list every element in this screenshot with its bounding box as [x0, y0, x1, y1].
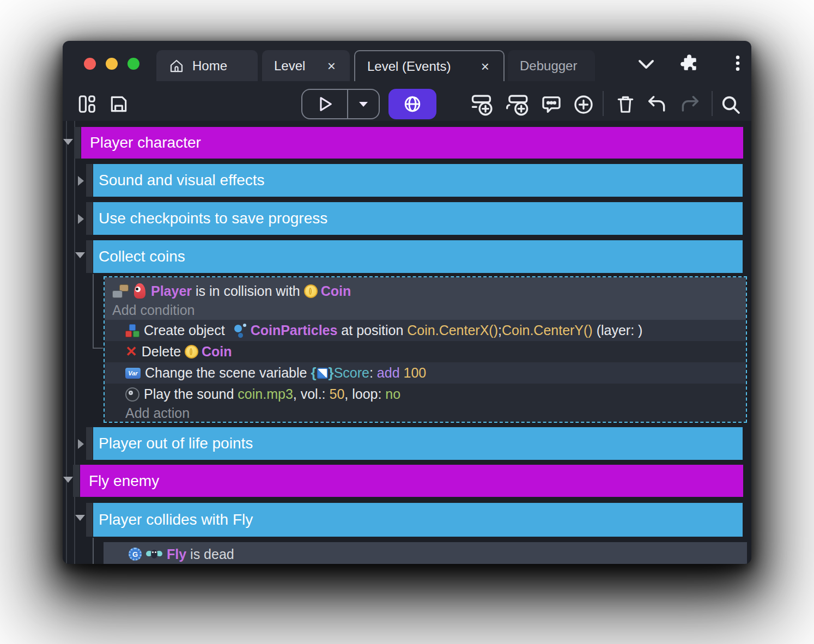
expand-arrow-checkpoints[interactable] — [78, 214, 84, 224]
event-handle — [73, 465, 80, 497]
collapse-arrow-collect-coins[interactable] — [75, 252, 85, 258]
behavior-arrows-icon — [111, 547, 125, 561]
save-icon[interactable] — [108, 94, 129, 114]
puzzle-extensions-icon[interactable] — [679, 53, 700, 74]
fly-sprite-icon — [146, 549, 162, 560]
event-collect-coins-selected[interactable]: Player is in collision with Coin Add con… — [104, 276, 747, 423]
expand-arrow-out-of-life[interactable] — [78, 439, 84, 449]
group-collides-fly[interactable]: Player collides with Fly — [93, 503, 743, 537]
indent-guide — [66, 121, 67, 564]
layout-icon[interactable] — [76, 94, 97, 114]
tab-label: Level (Events) — [367, 59, 451, 74]
publish-globe-icon[interactable] — [388, 89, 436, 119]
add-event-icon[interactable] — [471, 93, 495, 116]
group-header-player-character[interactable]: Player character — [81, 127, 743, 159]
condition-row-fly-dead[interactable]: G Fly is dead — [104, 543, 747, 564]
app-window: Home Level × Level (Events) × Debugger — [63, 41, 751, 564]
events-sheet: Player character Sound and visual effect… — [63, 121, 751, 564]
group-out-of-life[interactable]: Player out of life points — [93, 427, 743, 460]
tab-label: Level — [274, 58, 305, 74]
close-tab-icon[interactable]: × — [479, 59, 491, 74]
play-button[interactable] — [302, 90, 348, 118]
collapse-arrow-player-collides-fly[interactable] — [75, 515, 85, 521]
traffic-lights — [84, 58, 139, 70]
subevent-connector — [93, 274, 103, 349]
event-handle — [86, 503, 93, 537]
zoom-window-button[interactable] — [127, 58, 139, 70]
add-circle-icon[interactable] — [573, 94, 594, 116]
group-header-fly-enemy[interactable]: Fly enemy — [80, 465, 743, 497]
tab-label: Home — [192, 58, 227, 74]
indent-guide — [74, 121, 75, 564]
collapse-arrow-player-character[interactable] — [63, 139, 73, 145]
play-button-group — [301, 89, 380, 119]
action-change-variable[interactable]: Var Change the scene variable { } Score … — [105, 362, 746, 384]
event-handle — [86, 202, 93, 235]
tab-home[interactable]: Home — [156, 50, 258, 81]
toolbar-divider — [712, 91, 713, 116]
event-handle — [74, 127, 81, 159]
minimize-window-button[interactable] — [106, 58, 118, 70]
kebab-menu-icon[interactable] — [728, 54, 747, 72]
subevent-connector — [93, 538, 94, 564]
tab-level[interactable]: Level × — [262, 50, 350, 81]
toolbar-divider — [603, 91, 604, 116]
event-fly-dead[interactable]: G Fly is dead — [104, 542, 747, 564]
chevron-down-icon[interactable] — [636, 57, 656, 71]
gdevelop-gear-icon: G — [129, 548, 142, 561]
add-action-link[interactable]: Add action — [105, 405, 746, 421]
tab-debugger[interactable]: Debugger — [508, 50, 595, 81]
add-condition-link[interactable]: Add condition — [105, 302, 746, 318]
group-collect-coins[interactable]: Collect coins — [93, 240, 743, 273]
event-handle — [86, 240, 93, 273]
close-tab-icon[interactable]: × — [325, 59, 338, 73]
add-subevent-icon[interactable] — [506, 93, 530, 116]
action-play-sound[interactable]: Play the sound coin.mp3 , vol.: 50 , loo… — [105, 384, 746, 405]
coin-sprite-icon — [304, 284, 318, 298]
particles-icon — [233, 324, 246, 338]
player-sprite-icon — [134, 283, 145, 299]
tab-label: Debugger — [520, 58, 577, 74]
action-delete-coin[interactable]: ✕ Delete Coin — [105, 341, 746, 362]
group-checkpoints[interactable]: Use checkpoints to save progress — [93, 202, 743, 235]
expand-arrow-sound-effects[interactable] — [78, 176, 84, 186]
event-handle — [86, 427, 93, 460]
close-window-button[interactable] — [84, 58, 96, 70]
condition-row-collision[interactable]: Player is in collision with Coin — [105, 280, 746, 302]
add-comment-icon[interactable] — [540, 94, 562, 116]
redo-icon[interactable] — [679, 95, 700, 114]
variable-icon: Var — [125, 368, 141, 379]
home-icon — [168, 58, 185, 74]
search-icon[interactable] — [720, 94, 742, 116]
play-options-caret-icon[interactable] — [348, 90, 379, 118]
undo-icon[interactable] — [647, 95, 667, 114]
scene-variable-icon — [317, 368, 328, 379]
event-handle — [86, 164, 93, 197]
coin-sprite-icon — [185, 345, 198, 359]
group-sound-effects[interactable]: Sound and visual effects — [93, 164, 743, 197]
conditions-section: Player is in collision with Coin Add con… — [105, 277, 746, 320]
collision-icon — [112, 284, 129, 298]
create-object-icon — [125, 324, 139, 337]
action-create-object[interactable]: Create object CoinParticles at position … — [105, 320, 746, 341]
collapse-arrow-fly-enemy[interactable] — [63, 477, 73, 483]
tab-level-events[interactable]: Level (Events) × — [354, 50, 505, 81]
trash-icon[interactable] — [615, 94, 636, 114]
actions-section: Create object CoinParticles at position … — [105, 320, 746, 422]
speaker-icon — [125, 387, 139, 402]
delete-x-icon: ✕ — [125, 343, 137, 360]
